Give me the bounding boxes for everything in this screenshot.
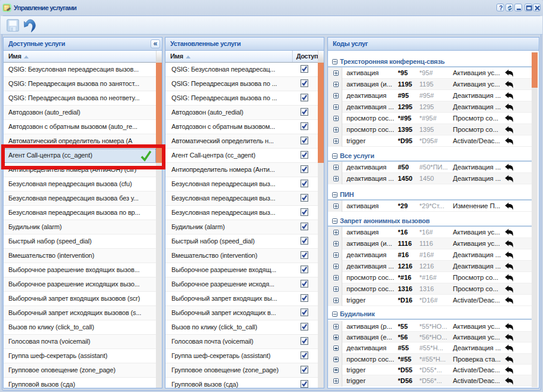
svg-text:?: ? (499, 5, 502, 11)
